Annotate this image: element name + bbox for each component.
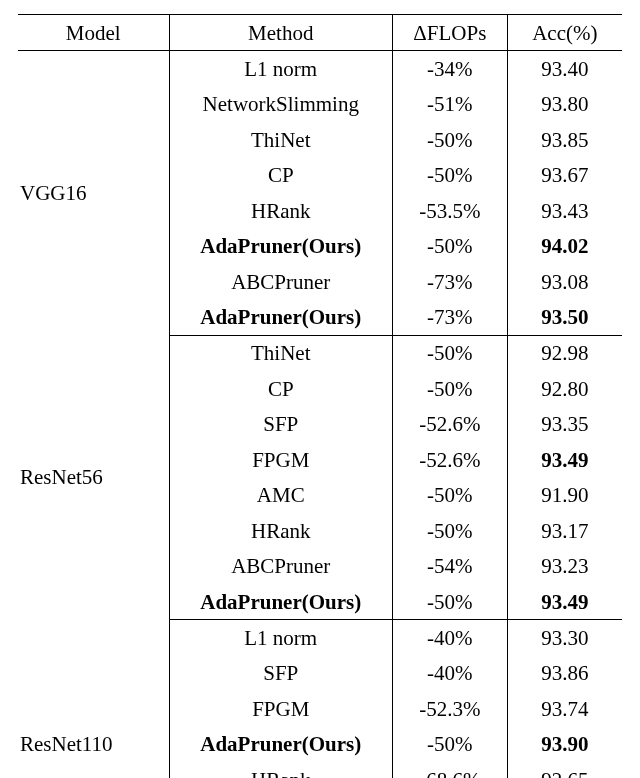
method-bold: AdaPruner(Ours) <box>200 305 361 329</box>
acc-bold: 94.02 <box>541 234 588 258</box>
acc-cell: 93.50 <box>507 300 622 336</box>
col-acc: Acc(%) <box>507 15 622 51</box>
method-cell: SFP <box>169 656 392 691</box>
flops-cell: -50% <box>392 122 507 157</box>
method-cell: ABCPruner <box>169 549 392 584</box>
method-bold: AdaPruner(Ours) <box>200 732 361 756</box>
method-cell: SFP <box>169 407 392 442</box>
flops-cell: -50% <box>392 513 507 548</box>
section-vgg16: VGG16 L1 norm -34% 93.40 NetworkSlimming… <box>18 51 622 336</box>
flops-cell: -68.6% <box>392 762 507 778</box>
flops-cell: -50% <box>392 158 507 193</box>
flops-cell: -50% <box>392 727 507 762</box>
method-cell: CP <box>169 371 392 406</box>
method-cell: HRank <box>169 193 392 228</box>
flops-cell: -52.6% <box>392 407 507 442</box>
col-flops: ΔFLOPs <box>392 15 507 51</box>
section-resnet110: ResNet110 L1 norm -40% 93.30 SFP -40% 93… <box>18 620 622 778</box>
flops-cell: -50% <box>392 478 507 513</box>
acc-bold: 93.50 <box>541 305 588 329</box>
acc-cell: 93.35 <box>507 407 622 442</box>
flops-cell: -40% <box>392 620 507 656</box>
col-method: Method <box>169 15 392 51</box>
flops-cell: -50% <box>392 371 507 406</box>
flops-cell: -54% <box>392 549 507 584</box>
section-resnet56: ResNet56 ThiNet -50% 92.98 CP -50% 92.80… <box>18 335 622 620</box>
acc-cell: 92.65 <box>507 762 622 778</box>
flops-cell: -53.5% <box>392 193 507 228</box>
flops-cell: -40% <box>392 656 507 691</box>
col-model: Model <box>18 15 169 51</box>
table-row: ResNet56 ThiNet -50% 92.98 <box>18 335 622 371</box>
table-header-row: Model Method ΔFLOPs Acc(%) <box>18 15 622 51</box>
acc-bold: 93.49 <box>541 590 588 614</box>
acc-cell: 93.67 <box>507 158 622 193</box>
method-bold: AdaPruner(Ours) <box>200 590 361 614</box>
acc-bold: 93.49 <box>541 448 588 472</box>
table-row: VGG16 L1 norm -34% 93.40 <box>18 51 622 87</box>
method-cell: AdaPruner(Ours) <box>169 229 392 264</box>
model-name: VGG16 <box>18 51 169 336</box>
flops-cell: -52.6% <box>392 442 507 477</box>
method-cell: AMC <box>169 478 392 513</box>
method-cell: FPGM <box>169 442 392 477</box>
acc-cell: 93.90 <box>507 727 622 762</box>
acc-cell: 93.80 <box>507 87 622 122</box>
acc-cell: 93.49 <box>507 442 622 477</box>
acc-cell: 91.90 <box>507 478 622 513</box>
flops-cell: -73% <box>392 264 507 299</box>
flops-cell: -51% <box>392 87 507 122</box>
flops-cell: -50% <box>392 229 507 264</box>
acc-cell: 93.74 <box>507 691 622 726</box>
flops-cell: -73% <box>392 300 507 336</box>
model-name: ResNet110 <box>18 620 169 778</box>
acc-cell: 93.30 <box>507 620 622 656</box>
acc-cell: 92.80 <box>507 371 622 406</box>
method-bold: AdaPruner(Ours) <box>200 234 361 258</box>
method-cell: ABCPruner <box>169 264 392 299</box>
method-cell: L1 norm <box>169 620 392 656</box>
acc-cell: 92.98 <box>507 335 622 371</box>
acc-cell: 93.86 <box>507 656 622 691</box>
acc-cell: 93.17 <box>507 513 622 548</box>
acc-cell: 94.02 <box>507 229 622 264</box>
method-cell: CP <box>169 158 392 193</box>
flops-cell: -52.3% <box>392 691 507 726</box>
flops-cell: -50% <box>392 335 507 371</box>
method-cell: FPGM <box>169 691 392 726</box>
method-cell: NetworkSlimming <box>169 87 392 122</box>
method-cell: AdaPruner(Ours) <box>169 300 392 336</box>
method-cell: AdaPruner(Ours) <box>169 727 392 762</box>
acc-cell: 93.23 <box>507 549 622 584</box>
method-cell: HRank <box>169 762 392 778</box>
acc-cell: 93.43 <box>507 193 622 228</box>
results-table: Model Method ΔFLOPs Acc(%) VGG16 L1 norm… <box>18 14 622 778</box>
method-cell: AdaPruner(Ours) <box>169 584 392 620</box>
acc-bold: 93.90 <box>541 732 588 756</box>
flops-cell: -50% <box>392 584 507 620</box>
table-row: ResNet110 L1 norm -40% 93.30 <box>18 620 622 656</box>
method-cell: HRank <box>169 513 392 548</box>
acc-cell: 93.49 <box>507 584 622 620</box>
model-name: ResNet56 <box>18 335 169 620</box>
acc-cell: 93.08 <box>507 264 622 299</box>
acc-cell: 93.40 <box>507 51 622 87</box>
method-cell: ThiNet <box>169 335 392 371</box>
flops-cell: -34% <box>392 51 507 87</box>
method-cell: ThiNet <box>169 122 392 157</box>
acc-cell: 93.85 <box>507 122 622 157</box>
method-cell: L1 norm <box>169 51 392 87</box>
